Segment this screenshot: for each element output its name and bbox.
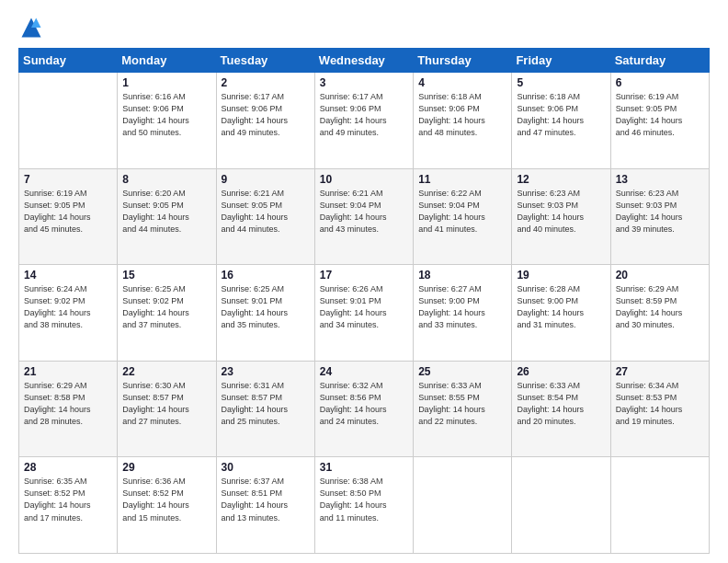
day-info: Sunrise: 6:18 AM Sunset: 9:06 PM Dayligh… (517, 91, 605, 139)
calendar-cell: 19Sunrise: 6:28 AM Sunset: 9:00 PM Dayli… (512, 265, 610, 362)
day-info: Sunrise: 6:21 AM Sunset: 9:04 PM Dayligh… (320, 188, 408, 236)
day-info: Sunrise: 6:36 AM Sunset: 8:52 PM Dayligh… (122, 476, 210, 523)
weekday-thursday: Thursday (414, 49, 512, 73)
calendar-cell: 24Sunrise: 6:32 AM Sunset: 8:56 PM Dayli… (314, 361, 413, 457)
calendar-cell: 21Sunrise: 6:29 AM Sunset: 8:58 PM Dayli… (19, 361, 118, 457)
day-number: 3 (320, 76, 408, 89)
calendar-cell: 3Sunrise: 6:17 AM Sunset: 9:06 PM Daylig… (314, 73, 413, 169)
day-info: Sunrise: 6:37 AM Sunset: 8:51 PM Dayligh… (222, 476, 310, 523)
calendar-table: SundayMondayTuesdayWednesdayThursdayFrid… (18, 48, 710, 554)
weekday-friday: Friday (512, 49, 610, 73)
calendar-cell: 29Sunrise: 6:36 AM Sunset: 8:52 PM Dayli… (118, 457, 216, 554)
day-number: 17 (320, 269, 408, 282)
calendar-cell: 2Sunrise: 6:17 AM Sunset: 9:06 PM Daylig… (216, 73, 314, 169)
calendar-cell: 10Sunrise: 6:21 AM Sunset: 9:04 PM Dayli… (314, 168, 413, 265)
day-number: 15 (122, 269, 210, 282)
weekday-saturday: Saturday (610, 49, 709, 73)
day-number: 30 (222, 461, 310, 474)
day-info: Sunrise: 6:17 AM Sunset: 9:06 PM Dayligh… (320, 91, 408, 139)
day-info: Sunrise: 6:25 AM Sunset: 9:01 PM Dayligh… (222, 283, 310, 331)
page: SundayMondayTuesdayWednesdayThursdayFrid… (0, 0, 728, 563)
calendar-cell: 8Sunrise: 6:20 AM Sunset: 9:05 PM Daylig… (118, 168, 216, 265)
day-info: Sunrise: 6:19 AM Sunset: 9:05 PM Dayligh… (616, 91, 704, 139)
logo-icon (18, 15, 44, 40)
calendar-cell: 6Sunrise: 6:19 AM Sunset: 9:05 PM Daylig… (610, 73, 709, 169)
day-info: Sunrise: 6:26 AM Sunset: 9:01 PM Dayligh… (320, 283, 408, 331)
day-info: Sunrise: 6:22 AM Sunset: 9:04 PM Dayligh… (418, 188, 506, 236)
calendar-cell: 17Sunrise: 6:26 AM Sunset: 9:01 PM Dayli… (314, 265, 413, 362)
day-info: Sunrise: 6:27 AM Sunset: 9:00 PM Dayligh… (418, 283, 506, 331)
calendar-cell: 27Sunrise: 6:34 AM Sunset: 8:53 PM Dayli… (610, 361, 709, 457)
day-info: Sunrise: 6:28 AM Sunset: 9:00 PM Dayligh… (517, 283, 605, 331)
day-info: Sunrise: 6:30 AM Sunset: 8:57 PM Dayligh… (122, 380, 210, 428)
calendar-cell: 15Sunrise: 6:25 AM Sunset: 9:02 PM Dayli… (118, 265, 216, 362)
calendar-cell (512, 457, 610, 554)
week-row-4: 28Sunrise: 6:35 AM Sunset: 8:52 PM Dayli… (19, 457, 710, 554)
week-row-3: 21Sunrise: 6:29 AM Sunset: 8:58 PM Dayli… (19, 361, 710, 457)
day-number: 1 (122, 76, 210, 89)
day-number: 28 (24, 461, 112, 474)
day-number: 24 (320, 365, 408, 378)
week-row-2: 14Sunrise: 6:24 AM Sunset: 9:02 PM Dayli… (19, 265, 710, 362)
weekday-tuesday: Tuesday (216, 49, 314, 73)
day-number: 26 (517, 365, 605, 378)
day-number: 5 (517, 76, 605, 89)
day-number: 21 (24, 365, 112, 378)
day-info: Sunrise: 6:38 AM Sunset: 8:50 PM Dayligh… (320, 476, 408, 523)
day-number: 18 (418, 269, 506, 282)
day-info: Sunrise: 6:17 AM Sunset: 9:06 PM Dayligh… (222, 91, 310, 139)
day-number: 20 (616, 269, 704, 282)
calendar-cell: 9Sunrise: 6:21 AM Sunset: 9:05 PM Daylig… (216, 168, 314, 265)
weekday-monday: Monday (118, 49, 216, 73)
day-number: 2 (222, 76, 310, 89)
day-info: Sunrise: 6:35 AM Sunset: 8:52 PM Dayligh… (24, 476, 112, 523)
day-number: 27 (616, 365, 704, 378)
day-number: 13 (616, 173, 704, 186)
day-number: 10 (320, 173, 408, 186)
day-info: Sunrise: 6:29 AM Sunset: 8:58 PM Dayligh… (24, 380, 112, 428)
calendar-cell: 23Sunrise: 6:31 AM Sunset: 8:57 PM Dayli… (216, 361, 314, 457)
day-number: 8 (122, 173, 210, 186)
calendar-cell: 30Sunrise: 6:37 AM Sunset: 8:51 PM Dayli… (216, 457, 314, 554)
week-row-0: 1Sunrise: 6:16 AM Sunset: 9:06 PM Daylig… (19, 73, 710, 169)
day-info: Sunrise: 6:31 AM Sunset: 8:57 PM Dayligh… (222, 380, 310, 428)
calendar-cell: 22Sunrise: 6:30 AM Sunset: 8:57 PM Dayli… (118, 361, 216, 457)
day-number: 14 (24, 269, 112, 282)
day-number: 12 (517, 173, 605, 186)
calendar-cell: 20Sunrise: 6:29 AM Sunset: 8:59 PM Dayli… (610, 265, 709, 362)
weekday-sunday: Sunday (19, 49, 118, 73)
day-number: 16 (222, 269, 310, 282)
calendar-cell: 7Sunrise: 6:19 AM Sunset: 9:05 PM Daylig… (19, 168, 118, 265)
day-info: Sunrise: 6:23 AM Sunset: 9:03 PM Dayligh… (616, 188, 704, 236)
calendar-cell: 12Sunrise: 6:23 AM Sunset: 9:03 PM Dayli… (512, 168, 610, 265)
header (18, 15, 710, 40)
day-info: Sunrise: 6:34 AM Sunset: 8:53 PM Dayligh… (616, 380, 704, 428)
day-info: Sunrise: 6:18 AM Sunset: 9:06 PM Dayligh… (418, 91, 506, 139)
day-number: 19 (517, 269, 605, 282)
day-number: 6 (616, 76, 704, 89)
day-number: 9 (222, 173, 310, 186)
day-info: Sunrise: 6:24 AM Sunset: 9:02 PM Dayligh… (24, 283, 112, 331)
day-info: Sunrise: 6:21 AM Sunset: 9:05 PM Dayligh… (222, 188, 310, 236)
day-number: 29 (122, 461, 210, 474)
calendar-cell: 26Sunrise: 6:33 AM Sunset: 8:54 PM Dayli… (512, 361, 610, 457)
day-info: Sunrise: 6:33 AM Sunset: 8:55 PM Dayligh… (418, 380, 506, 428)
day-number: 23 (222, 365, 310, 378)
day-info: Sunrise: 6:19 AM Sunset: 9:05 PM Dayligh… (24, 188, 112, 236)
calendar-cell: 1Sunrise: 6:16 AM Sunset: 9:06 PM Daylig… (118, 73, 216, 169)
calendar-cell: 28Sunrise: 6:35 AM Sunset: 8:52 PM Dayli… (19, 457, 118, 554)
weekday-wednesday: Wednesday (314, 49, 413, 73)
logo (18, 15, 48, 40)
day-number: 25 (418, 365, 506, 378)
calendar-cell: 18Sunrise: 6:27 AM Sunset: 9:00 PM Dayli… (414, 265, 512, 362)
calendar-cell: 31Sunrise: 6:38 AM Sunset: 8:50 PM Dayli… (314, 457, 413, 554)
day-info: Sunrise: 6:33 AM Sunset: 8:54 PM Dayligh… (517, 380, 605, 428)
calendar-cell: 25Sunrise: 6:33 AM Sunset: 8:55 PM Dayli… (414, 361, 512, 457)
calendar-cell: 16Sunrise: 6:25 AM Sunset: 9:01 PM Dayli… (216, 265, 314, 362)
calendar-cell (19, 73, 118, 169)
day-number: 4 (418, 76, 506, 89)
calendar-cell (414, 457, 512, 554)
day-info: Sunrise: 6:23 AM Sunset: 9:03 PM Dayligh… (517, 188, 605, 236)
weekday-header-row: SundayMondayTuesdayWednesdayThursdayFrid… (19, 49, 710, 73)
calendar-cell: 4Sunrise: 6:18 AM Sunset: 9:06 PM Daylig… (414, 73, 512, 169)
